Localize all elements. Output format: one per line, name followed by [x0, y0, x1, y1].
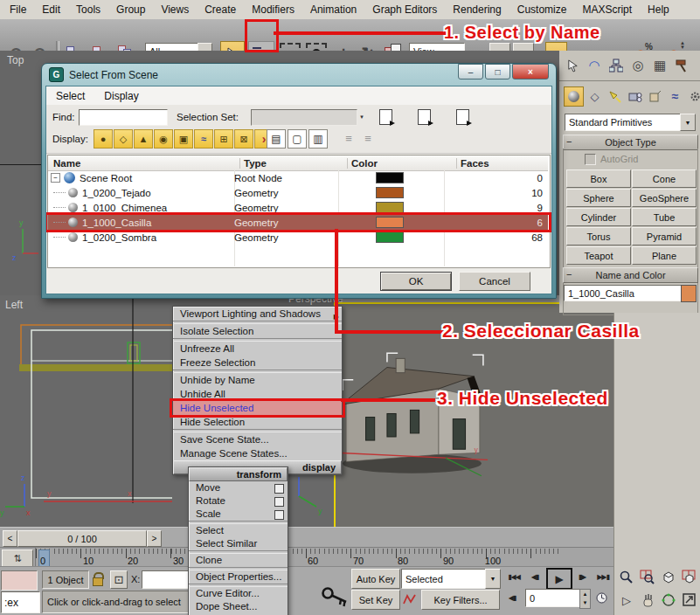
key-mode-dropdown-arrow-icon[interactable]: ▼ [485, 569, 501, 589]
column-header-faces[interactable]: Faces [457, 158, 548, 169]
menu-graph-editors[interactable]: Graph Editors [364, 1, 445, 18]
maximize-viewport-button[interactable] [680, 591, 699, 610]
selection-set-dropdown[interactable] [251, 109, 357, 126]
menu-maxscript[interactable]: MAXScript [574, 1, 640, 18]
time-configuration-button[interactable] [593, 589, 610, 607]
quad-header-transform[interactable]: transform [189, 467, 288, 481]
keyboard-shortcut-override-key-icon[interactable] [320, 583, 350, 612]
new-key-curve-icon[interactable] [401, 590, 419, 608]
menu-item-hide-selection[interactable]: Hide Selection [173, 415, 342, 429]
menu-tools[interactable]: Tools [68, 1, 108, 18]
maximize-button[interactable]: □ [485, 64, 510, 79]
maxscript-mini-listener[interactable]: :ex [1, 591, 40, 613]
display-shapes-icon[interactable]: ◇ [114, 129, 133, 149]
button-plane[interactable]: Plane [632, 246, 697, 265]
display-geometry-icon[interactable]: ● [94, 129, 113, 149]
button-box[interactable]: Box [566, 169, 631, 188]
auto-key-button[interactable]: Auto Key [351, 569, 400, 589]
table-row-sombra[interactable]: 1_0200_Sombra Geometry 68 [48, 230, 548, 245]
menu-rendering[interactable]: Rendering [445, 1, 509, 18]
menu-customize[interactable]: Customize [509, 1, 575, 18]
mini-curve-editor-button[interactable]: ⇅ [2, 549, 33, 567]
display-none-icon[interactable]: ▢ [288, 129, 307, 149]
menu-item-scale[interactable]: Scale [189, 508, 288, 521]
key-filters-button[interactable]: Key Filters... [421, 590, 500, 610]
menu-edit[interactable]: Edit [34, 1, 68, 18]
primitives-dropdown[interactable]: Standard Primitives [565, 114, 685, 131]
menu-item-save-scene-state[interactable]: Save Scene State... [173, 432, 342, 446]
menu-item-dope-sheet[interactable]: Dope Sheet... [189, 600, 288, 613]
key-mode-dropdown[interactable]: Selected [401, 569, 490, 589]
menu-item-clone[interactable]: Clone [189, 554, 288, 567]
display-cameras-icon[interactable]: ◉ [154, 129, 173, 149]
tab-display[interactable]: ▦ [650, 55, 669, 76]
menu-item-unhide-by-name[interactable]: Unhide by Name [173, 373, 342, 387]
button-sphere[interactable]: Sphere [566, 189, 631, 207]
menu-views[interactable]: Views [153, 1, 197, 18]
menu-item-freeze-selection[interactable]: Freeze Selection [173, 356, 342, 370]
menu-group[interactable]: Group [108, 1, 153, 18]
tab-motion[interactable]: ◎ [628, 55, 648, 76]
scale-settings-icon[interactable] [274, 510, 284, 520]
previous-frame-button[interactable]: ◀▮ [525, 568, 544, 586]
zoom-extents-all-button[interactable] [680, 568, 699, 587]
button-cylinder[interactable]: Cylinder [566, 208, 631, 226]
display-groups-icon[interactable]: ⊞ [214, 129, 233, 149]
menu-item-manage-scene-states[interactable]: Manage Scene States... [173, 446, 342, 460]
display-helpers-icon[interactable]: ▣ [174, 129, 193, 149]
current-frame-field[interactable]: 0 [525, 589, 583, 607]
menu-create[interactable]: Create [197, 1, 244, 18]
arc-rotate-button[interactable] [659, 591, 678, 610]
close-button[interactable]: × [512, 64, 549, 79]
tab-utilities[interactable] [672, 55, 691, 76]
menu-file[interactable]: File [2, 1, 34, 18]
find-input[interactable] [79, 109, 168, 126]
zoom-extents-button[interactable] [659, 568, 678, 587]
autogrid-checkbox[interactable] [585, 154, 596, 165]
minimize-button[interactable]: – [458, 64, 483, 79]
field-of-view-button[interactable]: ▷ [617, 591, 636, 610]
ok-button[interactable]: OK [380, 272, 452, 291]
select-invert-icon[interactable] [456, 109, 469, 125]
pan-button[interactable] [638, 591, 657, 610]
time-slider-next-button[interactable]: > [147, 530, 162, 547]
button-teapot[interactable]: Teapot [566, 246, 631, 265]
table-row-scene-root[interactable]: − Scene Root Root Node 0 [48, 170, 548, 185]
move-settings-icon[interactable] [274, 484, 284, 494]
display-lights-icon[interactable]: ▲ [134, 129, 153, 149]
expander-minus-icon[interactable]: − [51, 173, 60, 183]
time-slider-prev-button[interactable]: < [3, 530, 17, 547]
menu-item-viewport-lighting[interactable]: Viewport Lighting and Shadows▶ [173, 307, 342, 321]
menu-item-select[interactable]: Select [189, 524, 288, 537]
table-row-casilla-selected[interactable]: 1_1000_Casilla Geometry 6 [48, 215, 548, 230]
category-systems[interactable] [686, 87, 700, 106]
menu-help[interactable]: Help [640, 1, 677, 18]
tab-hierarchy[interactable] [606, 55, 626, 76]
dialog-menu-display[interactable]: Display [94, 88, 148, 104]
table-row-chimenea[interactable]: 1_0100_Chimenea Geometry 9 [48, 200, 548, 215]
dialog-menu-select[interactable]: Select [46, 88, 94, 104]
frame-spinner[interactable]: ▲▼ [579, 589, 591, 609]
menu-animation[interactable]: Animation [302, 1, 364, 18]
category-shapes[interactable]: ◇ [586, 87, 604, 106]
display-invert-icon[interactable]: ▥ [308, 129, 328, 149]
macro-recorder-line[interactable] [1, 570, 38, 591]
category-helpers[interactable] [646, 87, 664, 106]
category-cameras[interactable] [626, 87, 644, 106]
name-color-rollout[interactable]: − Name and Color [563, 267, 698, 283]
column-header-type[interactable]: Type [240, 158, 348, 169]
object-color-swatch[interactable] [681, 285, 697, 302]
menu-modifiers[interactable]: Modifiers [244, 1, 302, 18]
select-none-icon[interactable] [418, 109, 431, 125]
menu-item-select-similar[interactable]: Select Similar [189, 537, 288, 550]
display-space-warps-icon[interactable]: ≈ [194, 129, 213, 149]
play-button[interactable]: ▶ [546, 568, 572, 590]
menu-item-rotate[interactable]: Rotate [189, 494, 288, 508]
menu-item-unfreeze-all[interactable]: Unfreeze All [173, 342, 342, 356]
goto-start-button[interactable]: ▮◀◀ [504, 568, 523, 586]
menu-item-move[interactable]: Move [189, 481, 288, 494]
key-mode-toggle-button[interactable]: ◀▮ [504, 589, 520, 607]
set-key-button[interactable]: Set Key [351, 590, 400, 610]
tab-modify[interactable]: ◠ [585, 55, 604, 76]
display-children-icon[interactable]: ≡ [340, 129, 357, 147]
